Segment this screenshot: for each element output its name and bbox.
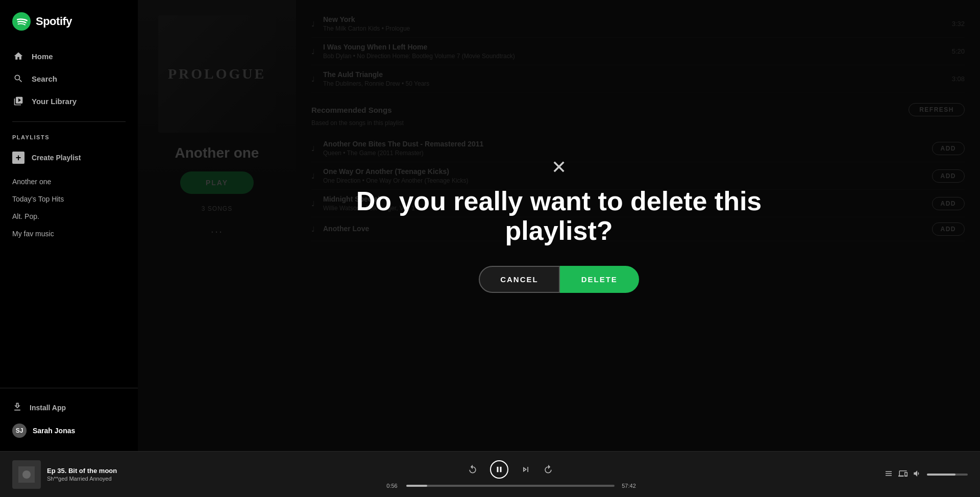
current-time: 0:56 <box>383 483 401 489</box>
create-playlist-button[interactable]: + Create Playlist <box>4 146 134 169</box>
sidebar-divider <box>12 121 126 122</box>
close-icon[interactable]: ✕ <box>551 157 567 178</box>
install-app-label: Install App <box>30 404 66 412</box>
main-content: PROLOGUE Another one PLAY 3 SONGS ... ♩ … <box>138 0 980 451</box>
player-track-artist: Sh**ged Married Annoyed <box>47 476 165 482</box>
forward-button[interactable] <box>543 464 553 475</box>
sidebar-item-home-label: Home <box>32 52 53 61</box>
app-name: Spotify <box>36 15 72 28</box>
close-icon-wrapper[interactable]: ✕ <box>551 158 567 177</box>
sidebar-item-home[interactable]: Home <box>4 45 134 67</box>
install-icon <box>12 402 22 413</box>
player-center: 0:56 57:42 <box>165 460 855 489</box>
right-icons <box>884 469 968 480</box>
modal-overlay: ✕ Do you really want to delete this play… <box>138 0 980 451</box>
user-name: Sarah Jonas <box>33 427 75 435</box>
player-bar: Ep 35. Bit of the moon Sh**ged Married A… <box>0 451 980 497</box>
progress-bar-track[interactable] <box>406 485 615 487</box>
total-time: 57:42 <box>620 483 638 489</box>
pause-button[interactable] <box>490 460 508 479</box>
sidebar-item-library-label: Your Library <box>32 97 77 106</box>
player-progress: 0:56 57:42 <box>383 483 638 489</box>
create-playlist-label: Create Playlist <box>32 154 81 162</box>
spotify-logo-icon <box>12 12 31 31</box>
volume-bar-track[interactable] <box>927 474 968 476</box>
modal-buttons: CANCEL DELETE <box>479 266 639 293</box>
sidebar-nav: Home Search Your Library <box>0 45 138 112</box>
sidebar-item-search-label: Search <box>32 74 57 83</box>
search-icon <box>12 72 24 85</box>
device-icon[interactable] <box>898 469 908 480</box>
playlist-list: Another one Today's Top Hits Alt. Pop. M… <box>0 169 138 388</box>
player-controls <box>468 460 553 479</box>
player-left: Ep 35. Bit of the moon Sh**ged Married A… <box>12 460 165 489</box>
home-icon <box>12 50 24 62</box>
sidebar-logo: Spotify <box>0 12 138 45</box>
install-app-button[interactable]: Install App <box>4 396 134 418</box>
cancel-button[interactable]: CANCEL <box>479 266 560 293</box>
playlist-item-another-one[interactable]: Another one <box>4 173 134 190</box>
sidebar-item-library[interactable]: Your Library <box>4 90 134 112</box>
user-avatar: SJ <box>12 424 27 438</box>
playlists-section-title: PLAYLISTS <box>0 131 138 146</box>
playlist-item-alt-pop[interactable]: Alt. Pop. <box>4 208 134 225</box>
user-menu[interactable]: SJ Sarah Jonas <box>4 418 134 443</box>
player-right <box>855 469 968 480</box>
queue-icon[interactable] <box>884 469 893 480</box>
svg-point-2 <box>22 470 31 479</box>
player-track-info: Ep 35. Bit of the moon Sh**ged Married A… <box>47 467 165 482</box>
player-track-name: Ep 35. Bit of the moon <box>47 467 165 475</box>
volume-icon <box>913 469 922 480</box>
plus-icon: + <box>12 152 24 164</box>
playlist-item-my-fav-music[interactable]: My fav music <box>4 225 134 242</box>
skip-forward-button[interactable] <box>521 464 531 475</box>
player-thumbnail <box>12 460 41 489</box>
delete-button[interactable]: DELETE <box>560 266 639 293</box>
sidebar-bottom: Install App SJ Sarah Jonas <box>0 388 138 451</box>
modal-title: Do you really want to delete this playli… <box>329 187 789 245</box>
sidebar: Spotify Home Search Yo <box>0 0 138 451</box>
playlist-item-todays-top-hits[interactable]: Today's Top Hits <box>4 190 134 208</box>
rewind-button[interactable] <box>468 464 478 475</box>
progress-bar-fill <box>406 485 427 487</box>
main-layout: Spotify Home Search Yo <box>0 0 980 451</box>
volume-bar-fill <box>927 474 955 476</box>
sidebar-item-search[interactable]: Search <box>4 67 134 90</box>
library-icon <box>12 95 24 107</box>
